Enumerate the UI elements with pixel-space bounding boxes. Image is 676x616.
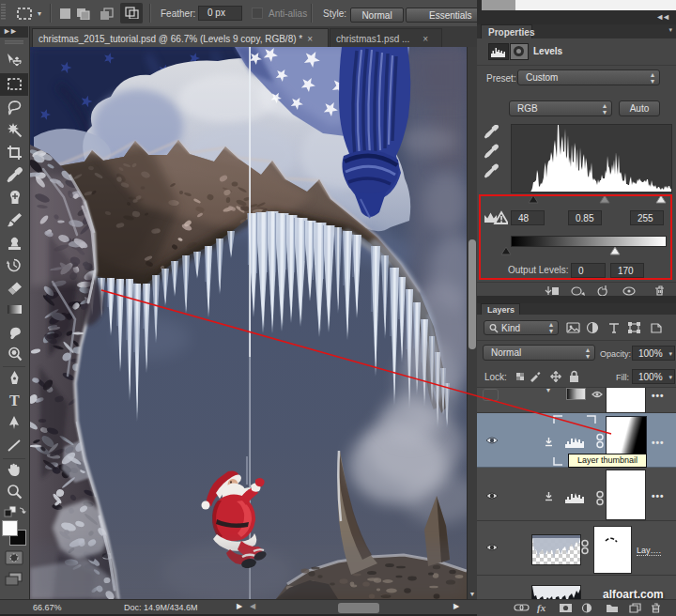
svg-text:T: T — [9, 393, 20, 408]
svg-text:fx: fx — [537, 602, 546, 613]
